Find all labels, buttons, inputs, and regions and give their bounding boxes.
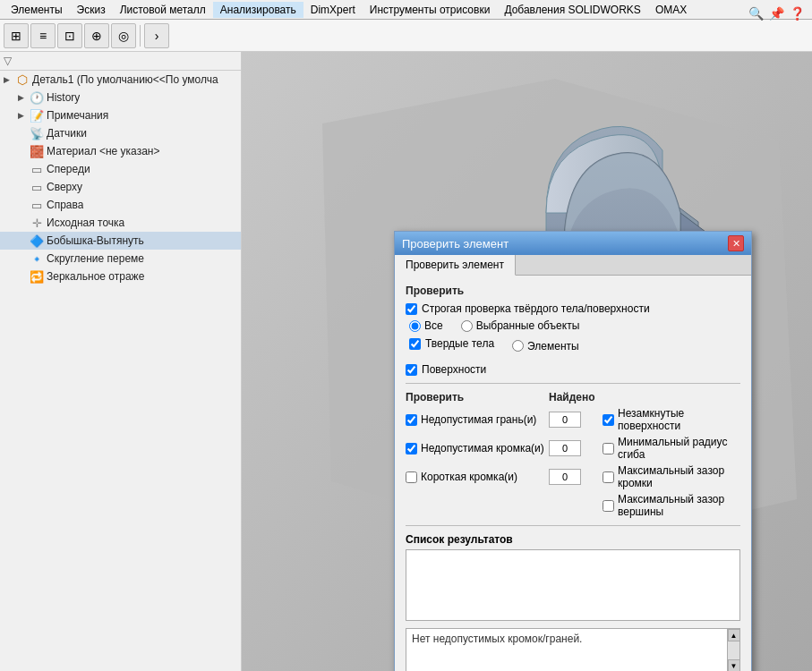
check-min-bend-radius-label: Минимальный радиус сгиба [618, 436, 740, 461]
tree-item-origin[interactable]: ▶ ✛ Исходная точка [0, 214, 241, 232]
toolbar-btn-box[interactable]: ⊡ [57, 23, 82, 48]
tree-arrow-part: ▶ [4, 75, 13, 84]
found-col-0 [549, 412, 603, 428]
elements-radio-row: Элементы [512, 337, 579, 354]
history-icon: 🕐 [30, 90, 44, 105]
tree-item-sensors[interactable]: ▶ 📡 Датчики [0, 124, 241, 142]
help-icon[interactable]: ❓ [790, 6, 805, 21]
radio-all-row: Все [409, 319, 443, 332]
check-open-surfaces[interactable] [603, 414, 614, 426]
check-max-edge-gap[interactable] [603, 471, 614, 483]
check-short-edge-label: Короткая кромка(и) [421, 471, 517, 483]
toolbar-btn-circle[interactable]: ◎ [111, 23, 136, 48]
origin-icon: ✛ [30, 216, 44, 230]
search-icon[interactable]: 🔍 [748, 6, 764, 21]
menu-omax[interactable]: OMAX [648, 2, 694, 18]
tree-label-notes: Примечания [47, 109, 108, 122]
tree-item-part[interactable]: ▶ ⬡ Деталь1 (По умолчанию<<По умолча [0, 71, 241, 89]
dialog-tabs: Проверить элемент [395, 255, 751, 276]
right-plane-icon: ▭ [30, 198, 44, 212]
check-invalid-edges[interactable] [406, 443, 417, 454]
tree-item-material[interactable]: ▶ 🧱 Материал <не указан> [0, 142, 241, 160]
divider1 [406, 383, 740, 384]
elements-radio[interactable] [512, 340, 524, 352]
notes-icon: 📝 [30, 108, 44, 123]
check-col-0: Недопустимая грань(и) [406, 413, 549, 426]
toolbar-btn-grid[interactable]: ⊞ [4, 23, 29, 48]
check-max-vertex-gap-label: Максимальный зазор вершины [618, 493, 740, 518]
divider2 [406, 525, 740, 526]
found-invalid-edges [549, 440, 581, 456]
col-check-header: Проверить [406, 391, 549, 403]
tree-item-top[interactable]: ▶ ▭ Сверху [0, 178, 241, 196]
menu-dimxpert[interactable]: DimXpert [303, 2, 363, 18]
tree-label-history: History [47, 91, 80, 104]
check-short-edge[interactable] [406, 471, 417, 483]
menu-elements[interactable]: Элементы [4, 2, 70, 18]
menu-analyze[interactable]: Анализировать [213, 2, 303, 18]
main-layout: ▽ ▶ ⬡ Деталь1 (По умолчанию<<По умолча ▶… [0, 52, 812, 671]
check-min-bend-radius[interactable] [603, 443, 614, 454]
dialog-titlebar: Проверить элемент ✕ [395, 232, 751, 255]
status-area: Нет недопустимых кромок/граней. ▲ ▼ [406, 628, 740, 671]
tree-item-extrude[interactable]: ▶ 🔷 Бобышка-Вытянуть [0, 232, 241, 250]
results-label: Список результатов [406, 533, 740, 546]
solids-checkbox[interactable] [409, 338, 421, 350]
surfaces-checkbox[interactable] [406, 364, 417, 376]
strict-check-row: Строгая проверка твёрдого тела/поверхнос… [406, 302, 740, 315]
tree-item-mirror[interactable]: ▶ 🔁 Зеркальное отраже [0, 268, 241, 285]
tree-label-extrude: Бобышка-Вытянуть [47, 234, 144, 247]
dialog-tab-check[interactable]: Проверить элемент [395, 255, 516, 276]
tree-item-history[interactable]: ▶ 🕐 History [0, 89, 241, 106]
strict-check-checkbox[interactable] [406, 303, 417, 315]
toolbar-btn-crosshair[interactable]: ⊕ [84, 23, 109, 48]
check-row-3: Максимальный зазор вершины [406, 493, 740, 518]
menu-sheet-metal[interactable]: Листовой металл [113, 2, 213, 18]
menu-sketch[interactable]: Эскиз [70, 2, 113, 18]
scroll-up-button[interactable]: ▲ [728, 629, 740, 641]
elements-label: Элементы [527, 340, 579, 352]
col-found-label: Найдено [549, 391, 595, 403]
tree-label-right: Справа [47, 199, 83, 211]
right-col-2: Максимальный зазор кромки [603, 464, 740, 489]
tree-item-front[interactable]: ▶ ▭ Спереди [0, 160, 241, 178]
check-invalid-faces[interactable] [406, 414, 417, 426]
menu-solidworks-addins[interactable]: Добавления SOLIDWORKS [497, 2, 648, 18]
tree-label-top: Сверху [47, 181, 82, 193]
check-row-0: Недопустимая грань(и) Незамкнутые поверх… [406, 407, 740, 432]
filter-bar: ▽ [0, 52, 241, 71]
tree-item-notes[interactable]: ▶ 📝 Примечания [0, 106, 241, 124]
solids-check-row: Твердые тела [409, 337, 494, 350]
tree-label-front: Спереди [47, 163, 90, 175]
extrude-icon: 🔷 [30, 234, 44, 248]
surfaces-check-row: Поверхности [406, 363, 740, 376]
pin-icon[interactable]: 📌 [769, 6, 784, 21]
top-plane-icon: ▭ [30, 180, 44, 194]
menu-drawing-tools[interactable]: Инструменты отрисовки [363, 2, 498, 18]
radio-all[interactable] [409, 320, 421, 332]
surfaces-label: Поверхности [422, 363, 486, 376]
check-invalid-edges-label: Недопустимая кромка(и) [421, 442, 544, 454]
found-short-edge [549, 469, 581, 485]
filter-icon: ▽ [4, 55, 12, 67]
dialog-close-button[interactable]: ✕ [728, 235, 744, 251]
right-col-0: Незамкнутые поверхности [603, 407, 740, 432]
check-row-2: Короткая кромка(и) Максимальный зазор кр… [406, 464, 740, 489]
mirror-icon: 🔁 [30, 269, 44, 284]
radio-selected[interactable] [461, 320, 473, 332]
viewport[interactable]: Проверить элемент ✕ Проверить элемент Пр… [242, 52, 812, 671]
toolbar-btn-list[interactable]: ≡ [30, 23, 56, 48]
toolbar-btn-more[interactable]: › [144, 23, 169, 48]
tree-item-right[interactable]: ▶ ▭ Справа [0, 196, 241, 214]
right-col-3: Максимальный зазор вершины [603, 493, 740, 518]
section-check2-label: Проверить [406, 391, 464, 403]
menubar: Элементы Эскиз Листовой металл Анализиро… [0, 0, 812, 20]
check-max-vertex-gap[interactable] [603, 500, 614, 512]
found-invalid-faces [549, 412, 581, 428]
scroll-down-button[interactable]: ▼ [728, 659, 740, 671]
status-text: Нет недопустимых кромок/граней. [406, 629, 739, 649]
tree-item-fillet[interactable]: ▶ 🔹 Скругление переме [0, 250, 241, 268]
check-element-dialog: Проверить элемент ✕ Проверить элемент Пр… [394, 231, 752, 671]
tree-arrow-history: ▶ [18, 93, 27, 102]
radio-selected-label: Выбранные объекты [476, 319, 580, 332]
